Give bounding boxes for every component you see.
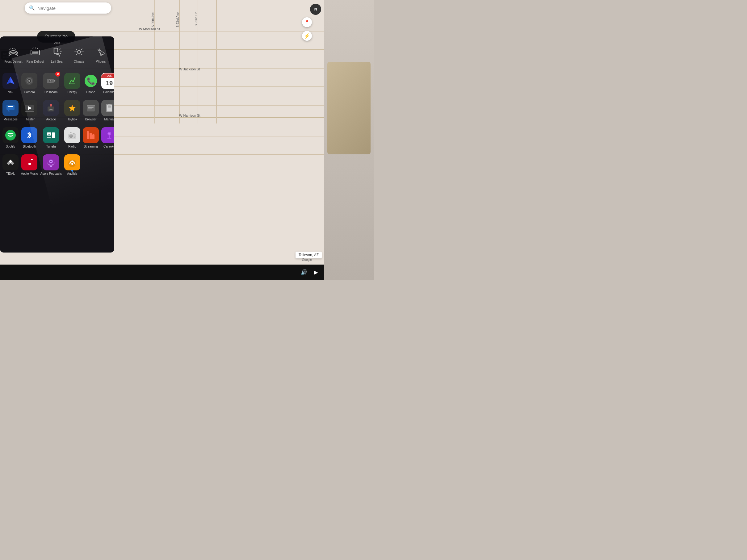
- arcade-label: Arcade: [46, 117, 56, 121]
- app-theater[interactable]: Theater: [20, 97, 39, 124]
- svg-line-10: [81, 54, 82, 55]
- calendar-day: 19: [106, 78, 113, 88]
- left-seat-icon: [50, 45, 64, 59]
- svg-rect-65: [89, 133, 92, 139]
- bluetooth-label: Bluetooth: [23, 145, 36, 148]
- spotify-label: Spotify: [6, 145, 16, 148]
- caraoke-icon: [101, 127, 114, 143]
- apple-podcasts-label: Apple Podcasts: [40, 172, 62, 175]
- app-drawer: Front Defrost Rear Defrost Auto: [0, 36, 114, 252]
- app-tidal[interactable]: TIDAL: [1, 151, 20, 179]
- calendar-label: Calendar: [103, 90, 114, 94]
- svg-text:📞: 📞: [86, 77, 95, 85]
- app-messages[interactable]: Messages: [1, 97, 20, 124]
- app-apple-podcasts[interactable]: Apple Podcasts: [39, 151, 63, 179]
- svg-rect-55: [52, 132, 55, 138]
- app-radio[interactable]: Radio: [63, 124, 81, 151]
- browser-label: Browser: [85, 117, 97, 121]
- manual-icon: [101, 100, 114, 116]
- app-audible[interactable]: Audible: [63, 151, 81, 179]
- svg-line-12: [76, 54, 77, 55]
- calendar-icon: JUL 19: [101, 73, 114, 89]
- svg-rect-66: [92, 134, 95, 139]
- compass: N: [310, 4, 321, 15]
- google-badge: Google: [302, 258, 312, 262]
- radio-icon: [64, 127, 80, 143]
- dashcam-icon: ✕: [43, 73, 59, 89]
- arcade-icon: [43, 100, 59, 116]
- app-toybox[interactable]: Toybox: [63, 97, 81, 124]
- svg-marker-41: [72, 105, 73, 107]
- app-dashcam[interactable]: ✕ Dashcam: [39, 70, 63, 97]
- svg-point-20: [27, 79, 28, 80]
- svg-line-11: [81, 49, 82, 50]
- svg-rect-48: [107, 105, 112, 111]
- street-label-92nd: S 92nd Dr: [195, 12, 198, 26]
- svg-line-9: [76, 49, 77, 50]
- search-placeholder: Navigate: [37, 5, 56, 11]
- front-defrost-label: Front Defrost: [4, 60, 22, 63]
- left-seat-label: Left Seat: [51, 60, 63, 63]
- svg-rect-28: [6, 105, 15, 110]
- climate-label: Climate: [74, 60, 84, 63]
- quick-control-wipers[interactable]: Wipers: [91, 45, 111, 63]
- app-manual[interactable]: Manual: [100, 97, 114, 124]
- car-interior: [324, 0, 374, 280]
- front-defrost-icon: [6, 45, 20, 59]
- messages-label: Messages: [3, 117, 18, 121]
- radio-label: Radio: [68, 145, 76, 148]
- location-label: Tolleson, AZ: [295, 251, 322, 258]
- app-browser[interactable]: Browser: [81, 97, 100, 124]
- app-apple-music[interactable]: Apple Music: [20, 151, 39, 179]
- street-label-jackson: W Jackson St: [179, 67, 200, 71]
- wipers-label: Wipers: [96, 60, 106, 63]
- theater-icon: [21, 100, 37, 116]
- app-streaming[interactable]: Streaming: [81, 124, 100, 151]
- manual-label: Manual: [104, 117, 114, 121]
- theater-label: Theater: [24, 117, 34, 121]
- spotify-icon: [2, 127, 19, 143]
- quick-control-rear-defrost[interactable]: Rear Defrost: [25, 45, 46, 63]
- tidal-icon: [2, 154, 19, 170]
- energy-label: Energy: [67, 90, 77, 94]
- quick-control-front-defrost[interactable]: Front Defrost: [3, 45, 24, 63]
- app-nav[interactable]: Nav: [1, 70, 20, 97]
- app-bluetooth[interactable]: Bluetooth: [20, 124, 39, 151]
- app-spotify[interactable]: Spotify: [1, 124, 20, 151]
- app-energy[interactable]: Energy: [63, 70, 81, 97]
- app-grid: Nav Camera: [0, 67, 114, 181]
- app-camera[interactable]: Camera: [20, 70, 39, 97]
- quick-control-climate[interactable]: Climate: [69, 45, 89, 63]
- rear-defrost-label: Rear Defrost: [27, 60, 44, 63]
- charge-button[interactable]: ⚡: [302, 31, 312, 41]
- location-pin[interactable]: 📍: [302, 17, 312, 27]
- app-caraoke[interactable]: Caraoke: [100, 124, 114, 151]
- svg-point-75: [50, 161, 52, 162]
- audible-dot: [71, 170, 73, 171]
- forward-button[interactable]: ▶: [314, 269, 318, 276]
- toybox-label: Toybox: [67, 117, 77, 121]
- app-phone[interactable]: 📞 Phone: [81, 70, 100, 97]
- quick-control-left-seat[interactable]: Auto Left Seat: [47, 42, 68, 63]
- app-arcade[interactable]: Arcade: [39, 97, 63, 124]
- app-calendar[interactable]: JUL 19 Calendar: [100, 70, 114, 97]
- nav-icon: [2, 73, 19, 89]
- toybox-icon: [64, 100, 80, 116]
- auto-label: Auto: [54, 42, 60, 45]
- svg-point-35: [50, 104, 52, 107]
- svg-point-78: [71, 163, 73, 165]
- audible-label: Audible: [67, 172, 77, 175]
- energy-icon: [64, 73, 80, 89]
- dashcam-label: Dashcam: [45, 90, 57, 94]
- app-tunein[interactable]: TI TuneIn: [39, 124, 63, 151]
- nav-label: Nav: [8, 90, 13, 94]
- street-v-4: [216, 0, 217, 124]
- apple-music-icon: [21, 154, 37, 170]
- svg-point-60: [70, 135, 72, 137]
- svg-rect-46: [88, 110, 91, 110]
- wipers-icon: [94, 45, 108, 59]
- streaming-icon: [83, 127, 99, 143]
- search-bar[interactable]: 🔍 Navigate: [25, 2, 111, 14]
- volume-button[interactable]: 🔊: [301, 269, 308, 276]
- search-icon: 🔍: [29, 5, 35, 11]
